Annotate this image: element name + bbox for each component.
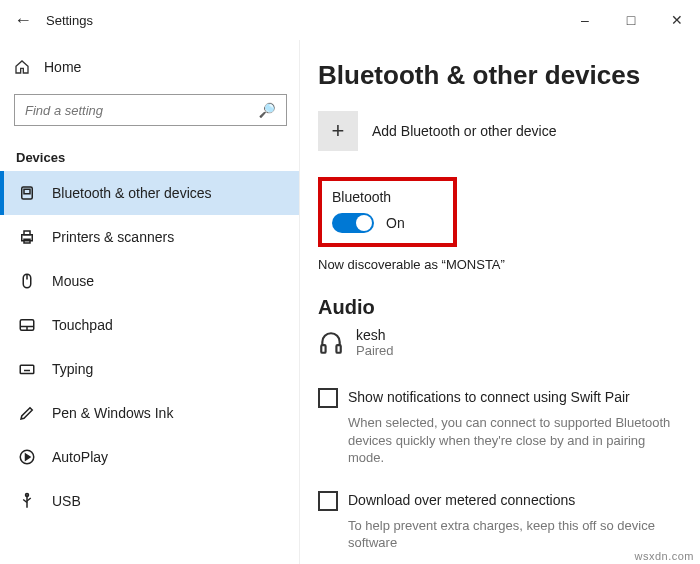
metered-checkbox[interactable] — [318, 491, 338, 511]
home-icon — [14, 59, 30, 75]
swift-pair-label: Show notifications to connect using Swif… — [348, 388, 630, 405]
bluetooth-highlight-box: Bluetooth On — [318, 177, 457, 247]
audio-device-row[interactable]: kesh Paired — [318, 327, 682, 358]
swift-pair-description: When selected, you can connect to suppor… — [348, 414, 682, 467]
keyboard-icon — [18, 360, 36, 378]
sidebar-item-label: USB — [52, 493, 81, 509]
home-label: Home — [44, 59, 81, 75]
sidebar-item-printers[interactable]: Printers & scanners — [14, 215, 287, 259]
audio-heading: Audio — [318, 296, 682, 319]
metered-description: To help prevent extra charges, keep this… — [348, 517, 682, 552]
mouse-icon — [18, 272, 36, 290]
usb-icon — [18, 492, 36, 510]
sidebar-item-pen[interactable]: Pen & Windows Ink — [14, 391, 287, 435]
bluetooth-section-label: Bluetooth — [332, 189, 405, 205]
swift-pair-checkbox[interactable] — [318, 388, 338, 408]
page-title: Bluetooth & other devices — [318, 60, 682, 91]
maximize-button[interactable]: □ — [608, 0, 654, 40]
metered-label: Download over metered connections — [348, 491, 575, 508]
close-button[interactable]: ✕ — [654, 0, 700, 40]
touchpad-icon — [18, 316, 36, 334]
discoverable-status: Now discoverable as “MONSTA” — [318, 257, 682, 272]
svg-rect-20 — [321, 345, 325, 353]
sidebar-item-label: AutoPlay — [52, 449, 108, 465]
svg-rect-1 — [24, 189, 30, 194]
sidebar-item-label: Mouse — [52, 273, 94, 289]
printer-icon — [18, 228, 36, 246]
home-nav[interactable]: Home — [14, 48, 287, 86]
back-icon[interactable]: ← — [14, 10, 40, 31]
add-device-row[interactable]: + Add Bluetooth or other device — [318, 111, 682, 151]
bluetooth-icon — [18, 184, 36, 202]
sidebar-item-usb[interactable]: USB — [14, 479, 287, 523]
add-device-label: Add Bluetooth or other device — [372, 123, 556, 139]
svg-rect-10 — [20, 365, 34, 373]
search-icon: 🔍 — [259, 102, 276, 118]
sidebar-item-mouse[interactable]: Mouse — [14, 259, 287, 303]
sidebar-item-label: Touchpad — [52, 317, 113, 333]
sidebar-item-typing[interactable]: Typing — [14, 347, 287, 391]
search-input[interactable] — [25, 103, 225, 118]
sidebar-item-label: Pen & Windows Ink — [52, 405, 173, 421]
sidebar-item-autoplay[interactable]: AutoPlay — [14, 435, 287, 479]
add-device-button[interactable]: + — [318, 111, 358, 151]
sidebar-item-label: Printers & scanners — [52, 229, 174, 245]
autoplay-icon — [18, 448, 36, 466]
device-name: kesh — [356, 327, 394, 343]
sidebar-item-touchpad[interactable]: Touchpad — [14, 303, 287, 347]
bluetooth-toggle[interactable] — [332, 213, 374, 233]
sidebar-section-label: Devices — [16, 150, 287, 165]
device-status: Paired — [356, 343, 394, 358]
svg-rect-3 — [24, 231, 30, 235]
sidebar-item-label: Bluetooth & other devices — [52, 185, 212, 201]
sidebar-item-bluetooth[interactable]: Bluetooth & other devices — [0, 171, 299, 215]
bluetooth-toggle-state: On — [386, 215, 405, 231]
pen-icon — [18, 404, 36, 422]
headphones-icon — [318, 330, 344, 356]
svg-rect-21 — [336, 345, 340, 353]
plus-icon: + — [332, 118, 345, 144]
watermark: wsxdn.com — [634, 550, 694, 562]
minimize-button[interactable]: – — [562, 0, 608, 40]
search-box[interactable]: 🔍 — [14, 94, 287, 126]
svg-marker-17 — [26, 454, 31, 460]
sidebar-item-label: Typing — [52, 361, 93, 377]
window-title: Settings — [46, 13, 93, 28]
